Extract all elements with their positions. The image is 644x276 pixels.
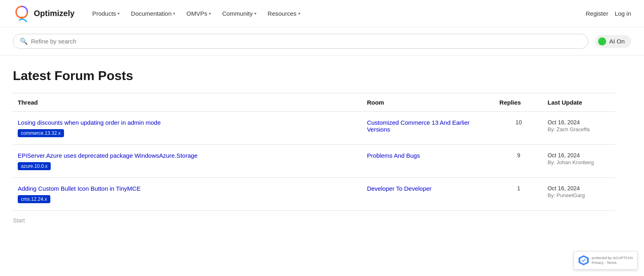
room-cell: Developer To Developer [362, 178, 495, 211]
last-update-cell: Oct 16, 2024 By: Johan Kronberg [543, 145, 615, 178]
last-update-date: Oct 16, 2024 [547, 185, 610, 192]
col-header-replies: Replies [495, 93, 543, 112]
room-link[interactable]: Problems And Bugs [367, 152, 420, 159]
last-update-cell: Oct 16, 2024 By: PuneetGarg [543, 178, 615, 211]
logo-link[interactable]: Optimizely [13, 5, 74, 23]
last-update-by: By: Johan Kronberg [547, 159, 610, 165]
svg-point-0 [21, 16, 23, 19]
col-header-room: Room [362, 93, 495, 112]
last-update-by: By: Zach Graceffa [547, 126, 610, 132]
omvps-chevron-icon: ▾ [209, 11, 211, 16]
register-link[interactable]: Register [586, 10, 608, 17]
documentation-chevron-icon: ▾ [173, 11, 175, 16]
ai-toggle[interactable]: AI On [595, 35, 631, 48]
table-row: Losing discounts when updating order in … [13, 112, 615, 145]
search-icon: 🔍 [20, 37, 28, 45]
room-link[interactable]: Customized Commerce 13 And Earlier Versi… [367, 119, 470, 133]
thread-tag: commerce.13.32.x [18, 129, 64, 137]
replies-cell: 1 [495, 178, 543, 211]
resources-chevron-icon: ▾ [298, 11, 300, 16]
pagination-area: Start [0, 211, 644, 230]
page-title: Latest Forum Posts [13, 68, 615, 83]
ai-toggle-label: AI On [609, 38, 625, 45]
last-update-date: Oct 16, 2024 [547, 152, 610, 159]
nav-item-community[interactable]: Community ▾ [217, 7, 261, 20]
products-chevron-icon: ▾ [118, 11, 120, 16]
thread-cell: Losing discounts when updating order in … [13, 112, 362, 145]
thread-cell: Adding Custom Bullet Icon Button in Tiny… [13, 178, 362, 211]
nav-item-documentation[interactable]: Documentation ▾ [126, 7, 180, 20]
nav-item-omvps[interactable]: OMVPs ▾ [182, 7, 216, 20]
ai-active-indicator [598, 37, 606, 45]
search-bar-area: 🔍 AI On [0, 27, 644, 56]
replies-cell: 10 [495, 112, 543, 145]
room-link[interactable]: Developer To Developer [367, 185, 432, 192]
thread-tag: cms.12.24.x [18, 195, 50, 203]
replies-cell: 9 [495, 145, 543, 178]
community-chevron-icon: ▾ [254, 11, 256, 16]
forum-table: Thread Room Replies Last Update Losing d… [13, 93, 615, 211]
page-start-label: Start [13, 217, 25, 224]
col-header-thread: Thread [13, 93, 362, 112]
nav-auth: Register Log in [586, 10, 631, 17]
logo-text: Optimizely [34, 9, 74, 18]
nav-item-products[interactable]: Products ▾ [87, 7, 124, 20]
search-input-wrap: 🔍 [13, 34, 588, 49]
last-update-date: Oct 16, 2024 [547, 119, 610, 126]
navbar: Optimizely Products ▾ Documentation ▾ OM… [0, 0, 644, 27]
last-update-by: By: PuneetGarg [547, 192, 610, 198]
table-row: EPiServer.Azure uses deprecated package … [13, 145, 615, 178]
search-input[interactable] [31, 38, 582, 45]
login-link[interactable]: Log in [615, 10, 631, 17]
main-content: Latest Forum Posts Thread Room Replies L… [0, 56, 628, 211]
logo-icon [13, 5, 31, 23]
thread-tag: azure.10.0.x [18, 162, 51, 170]
table-header-row: Thread Room Replies Last Update [13, 93, 615, 112]
thread-link[interactable]: Losing discounts when updating order in … [18, 119, 357, 126]
room-cell: Customized Commerce 13 And Earlier Versi… [362, 112, 495, 145]
col-header-lastupdate: Last Update [543, 93, 615, 112]
last-update-cell: Oct 16, 2024 By: Zach Graceffa [543, 112, 615, 145]
thread-link[interactable]: EPiServer.Azure uses deprecated package … [18, 152, 357, 159]
nav-item-resources[interactable]: Resources ▾ [263, 7, 305, 20]
nav-links: Products ▾ Documentation ▾ OMVPs ▾ Commu… [87, 7, 586, 20]
thread-link[interactable]: Adding Custom Bullet Icon Button in Tiny… [18, 185, 357, 192]
thread-cell: EPiServer.Azure uses deprecated package … [13, 145, 362, 178]
table-row: Adding Custom Bullet Icon Button in Tiny… [13, 178, 615, 211]
room-cell: Problems And Bugs [362, 145, 495, 178]
